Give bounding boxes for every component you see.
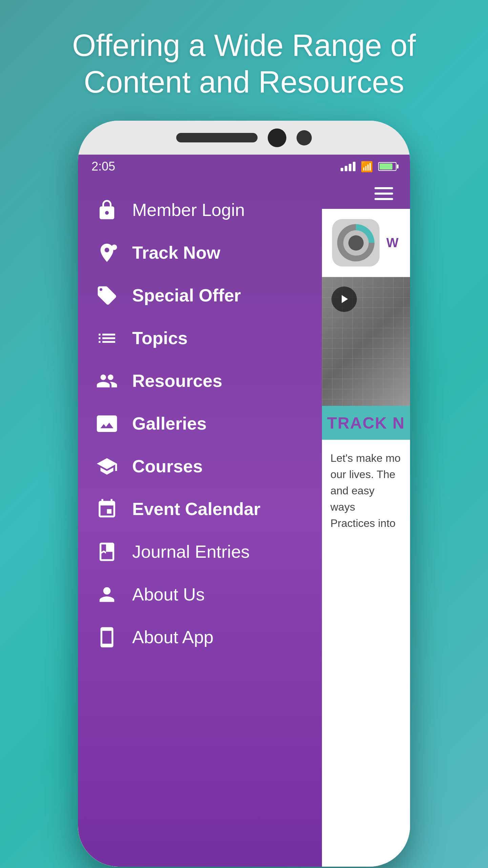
content-paragraph: Let's make mo our lives. The and easy wa… xyxy=(330,450,402,531)
front-camera-secondary xyxy=(297,130,312,145)
signal-icon xyxy=(341,162,355,171)
menu-label-about-app: About App xyxy=(132,627,214,647)
menu-item-journal-entries[interactable]: Journal Entries xyxy=(78,530,322,573)
people-icon xyxy=(95,369,119,393)
signal-bar-3 xyxy=(349,164,351,171)
menu-item-about-us[interactable]: About Us xyxy=(78,573,322,616)
welcome-text: W xyxy=(380,236,399,250)
menu-label-member-login: Member Login xyxy=(132,200,245,220)
track-now-banner[interactable]: TRACK N xyxy=(322,406,410,440)
title-line1: Offering a Wide Range of xyxy=(72,28,416,62)
status-bar: 2:05 📶 xyxy=(78,155,410,178)
graduation-icon xyxy=(95,454,119,478)
status-icons: 📶 xyxy=(341,161,396,173)
menu-label-topics: Topics xyxy=(132,328,188,348)
wifi-icon: 📶 xyxy=(361,161,373,173)
menu-label-galleries: Galleries xyxy=(132,413,207,434)
app-branding-row: W xyxy=(322,209,410,277)
menu-label-event-calendar: Event Calendar xyxy=(132,499,261,519)
menu-item-about-app[interactable]: About App xyxy=(78,616,322,658)
image-icon xyxy=(95,412,119,435)
menu-item-special-offer[interactable]: Special Offer xyxy=(78,274,322,317)
lock-icon xyxy=(95,198,119,222)
page-background-title: Offering a Wide Range of Content and Res… xyxy=(32,0,456,121)
hamburger-line-2 xyxy=(374,193,393,195)
phone-speaker xyxy=(176,133,258,142)
app-icon xyxy=(332,219,380,267)
signal-bar-2 xyxy=(345,166,347,171)
menu-item-topics[interactable]: Topics xyxy=(78,317,322,359)
track-icon xyxy=(95,241,119,264)
menu-item-galleries[interactable]: Galleries xyxy=(78,402,322,445)
play-icon xyxy=(337,292,351,306)
menu-item-event-calendar[interactable]: Event Calendar xyxy=(78,488,322,530)
svg-point-0 xyxy=(111,244,117,250)
phone-screen: 2:05 📶 xyxy=(78,155,410,867)
app-logo-center xyxy=(348,235,364,251)
track-now-label: TRACK N xyxy=(327,414,405,432)
content-text-area: Let's make mo our lives. The and easy wa… xyxy=(322,440,410,541)
menu-label-resources: Resources xyxy=(132,371,222,391)
front-camera-main xyxy=(268,129,286,147)
notebook-icon xyxy=(95,540,119,564)
main-content-panel: W TRACK N xyxy=(322,178,410,867)
play-button[interactable] xyxy=(331,287,357,312)
signal-bar-1 xyxy=(341,168,343,171)
menu-label-journal-entries: Journal Entries xyxy=(132,541,250,562)
menu-item-track-now[interactable]: Track Now xyxy=(78,231,322,274)
menu-label-about-us: About Us xyxy=(132,584,205,605)
menu-label-courses: Courses xyxy=(132,456,203,476)
app-header xyxy=(322,178,410,209)
phone-device: 2:05 📶 xyxy=(78,121,410,867)
menu-label-track-now: Track Now xyxy=(132,242,220,263)
status-time: 2:05 xyxy=(92,159,115,174)
menu-item-courses[interactable]: Courses xyxy=(78,445,322,488)
video-thumbnail[interactable] xyxy=(322,277,410,406)
hamburger-line-3 xyxy=(374,198,393,200)
menu-item-resources[interactable]: Resources xyxy=(78,359,322,402)
title-line2: Content and Resources xyxy=(84,65,404,99)
video-play-overlay xyxy=(329,284,359,314)
menu-item-member-login[interactable]: Member Login xyxy=(78,189,322,231)
battery-icon xyxy=(378,162,396,171)
app-logo-inner-ring xyxy=(343,230,369,256)
hamburger-menu-button[interactable] xyxy=(374,187,393,200)
screen-content: 2:05 📶 xyxy=(78,155,410,867)
navigation-menu: Member Login Track Now Special Offer xyxy=(78,178,322,867)
signal-bar-4 xyxy=(353,162,355,171)
battery-fill xyxy=(380,163,392,170)
app-logo-outer-ring xyxy=(337,224,374,261)
list-icon xyxy=(95,326,119,350)
calendar-icon xyxy=(95,497,119,521)
menu-label-special-offer: Special Offer xyxy=(132,285,241,305)
phone-icon xyxy=(95,625,119,649)
hamburger-line-1 xyxy=(374,187,393,189)
phone-notch xyxy=(78,121,410,155)
tag-icon xyxy=(95,283,119,307)
person-icon xyxy=(95,583,119,606)
